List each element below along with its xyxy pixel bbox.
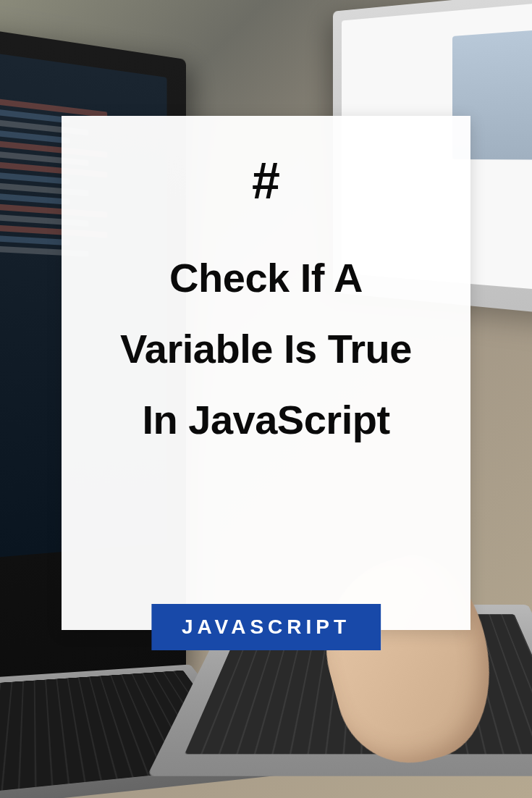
content-card: # Check If A Variable Is True In JavaScr… bbox=[62, 116, 470, 630]
card-title: Check If A Variable Is True In JavaScrip… bbox=[98, 243, 434, 455]
category-badge: JAVASCRIPT bbox=[151, 604, 381, 650]
hash-icon: # bbox=[252, 156, 280, 206]
